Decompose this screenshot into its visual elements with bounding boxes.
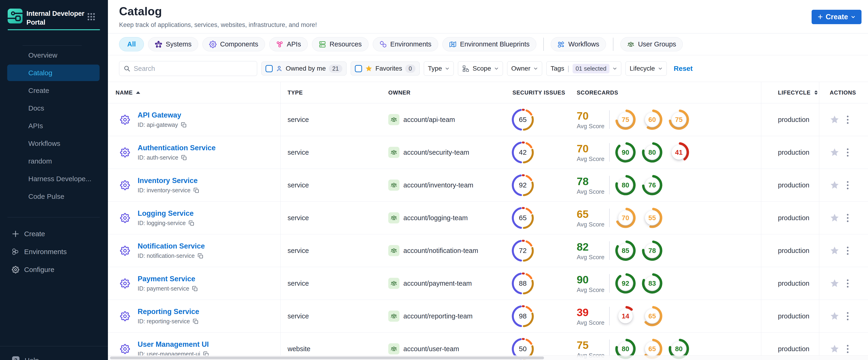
- copy-icon[interactable]: [193, 319, 199, 325]
- scope-dropdown[interactable]: Scope: [458, 61, 503, 76]
- tab-components[interactable]: Components: [203, 37, 265, 51]
- entity-name-link[interactable]: Payment Service: [137, 275, 198, 283]
- sidebar-item-overview[interactable]: Overview: [7, 47, 99, 63]
- scorecard-ring[interactable]: 65: [642, 306, 662, 326]
- copy-icon[interactable]: [181, 122, 187, 128]
- sidebar-item-environments[interactable]: Environments: [12, 243, 99, 261]
- tags-dropdown[interactable]: Tags | 01 selected: [546, 61, 621, 76]
- entity-name-link[interactable]: User Management UI: [137, 340, 209, 349]
- scorecard-ring[interactable]: 83: [642, 273, 662, 294]
- lifecycle-dropdown[interactable]: Lifecycle: [625, 61, 667, 76]
- tab-workflows[interactable]: Workflows: [551, 37, 606, 51]
- sidebar-item-configure[interactable]: Configure: [12, 261, 99, 278]
- copy-icon[interactable]: [193, 187, 199, 193]
- tab-all[interactable]: All: [119, 37, 144, 51]
- owner-team-badge: [388, 310, 399, 322]
- sort-icon: [814, 90, 818, 95]
- lifecycle-dropdown-label: Lifecycle: [630, 65, 655, 72]
- entity-name-link[interactable]: Notification Service: [137, 242, 205, 250]
- owner-dropdown[interactable]: Owner: [507, 61, 542, 76]
- scorecard-ring[interactable]: 60: [642, 110, 662, 130]
- favorite-star-icon[interactable]: [830, 115, 839, 124]
- scorecard-ring[interactable]: 14: [615, 306, 636, 326]
- copy-icon[interactable]: [188, 220, 194, 226]
- column-header-lifecycle[interactable]: LIFECYCLE: [761, 82, 819, 103]
- scorecard-ring[interactable]: 70: [615, 208, 636, 228]
- scorecard-ring[interactable]: 78: [642, 240, 662, 261]
- sidebar-item-harness-developer[interactable]: Harness Develope...: [7, 171, 99, 187]
- app-grid-menu-icon[interactable]: [87, 13, 95, 21]
- tab-environment-blueprints[interactable]: Environment Blueprints: [442, 37, 536, 51]
- row-menu-icon[interactable]: [843, 344, 852, 354]
- scorecard-ring[interactable]: 76: [642, 175, 662, 195]
- sidebar-item-docs[interactable]: Docs: [7, 100, 99, 116]
- sidebar-item-catalog[interactable]: Catalog: [7, 65, 99, 81]
- row-menu-icon[interactable]: [843, 148, 852, 157]
- tab-environments[interactable]: Environments: [373, 37, 438, 51]
- create-button[interactable]: + Create: [812, 10, 862, 24]
- type-dropdown[interactable]: Type: [424, 61, 454, 76]
- tab-apis[interactable]: APIs: [269, 37, 308, 51]
- avg-score-value: 75: [577, 339, 604, 352]
- entity-name-link[interactable]: Inventory Service: [137, 177, 199, 185]
- sidebar-item-workflows[interactable]: Workflows: [7, 135, 99, 152]
- scorecard-ring[interactable]: 41: [669, 142, 689, 162]
- sidebar-item-create-bottom[interactable]: Create: [12, 225, 99, 243]
- favorite-star-icon[interactable]: [830, 180, 839, 190]
- scorecard-ring[interactable]: 75: [615, 110, 636, 130]
- favorite-star-icon[interactable]: [830, 278, 839, 288]
- people-icon: [627, 41, 634, 48]
- chevron-down-icon: [445, 66, 450, 71]
- row-menu-icon[interactable]: [843, 278, 852, 288]
- copy-icon[interactable]: [192, 286, 198, 292]
- row-menu-icon[interactable]: [843, 115, 852, 124]
- favorite-star-icon[interactable]: [830, 148, 839, 157]
- copy-icon[interactable]: [181, 155, 187, 161]
- owned-by-me-filter[interactable]: Owned by me 21: [261, 62, 346, 76]
- favorites-filter[interactable]: Favorites 0: [351, 62, 420, 76]
- favorite-star-icon[interactable]: [830, 311, 839, 321]
- column-label: ACTIONS: [830, 89, 856, 96]
- entity-id-text: ID: inventory-service: [137, 187, 190, 194]
- entity-name-link[interactable]: API Gateway: [137, 111, 187, 119]
- avg-score-label: Avg Score: [577, 188, 604, 195]
- security-issues-score: 65: [512, 207, 534, 229]
- column-header-name[interactable]: NAME: [108, 82, 281, 103]
- row-menu-icon[interactable]: [843, 180, 852, 190]
- sidebar-item-create[interactable]: Create: [7, 82, 99, 99]
- tab-user-groups[interactable]: User Groups: [620, 37, 683, 51]
- horizontal-scrollbar-thumb[interactable]: [110, 357, 544, 359]
- tab-label: User Groups: [638, 40, 676, 48]
- sidebar-item-apis[interactable]: APIs: [7, 118, 99, 134]
- row-menu-icon[interactable]: [843, 246, 852, 256]
- tab-resources[interactable]: Resources: [312, 37, 369, 51]
- scorecard-ring[interactable]: 85: [615, 240, 636, 261]
- favorite-star-icon[interactable]: [830, 246, 839, 256]
- entity-name-link[interactable]: Reporting Service: [137, 307, 199, 316]
- reset-filters-link[interactable]: Reset: [674, 65, 693, 72]
- tab-label: Environments: [391, 40, 431, 48]
- entity-name-link[interactable]: Logging Service: [137, 209, 194, 218]
- favorites-checkbox[interactable]: [355, 65, 362, 72]
- entity-name-link[interactable]: Authentication Service: [137, 144, 216, 152]
- sidebar-item-random[interactable]: random: [7, 153, 99, 169]
- copy-icon[interactable]: [197, 253, 204, 259]
- owned-by-me-label: Owned by me: [286, 65, 326, 72]
- scorecard-ring[interactable]: 75: [669, 110, 689, 130]
- scorecard-ring[interactable]: 92: [615, 273, 636, 294]
- security-issues-cell: 42: [500, 136, 570, 169]
- scorecard-ring[interactable]: 80: [615, 175, 636, 195]
- tab-systems[interactable]: Systems: [148, 37, 198, 51]
- sidebar-item-code-pulse[interactable]: Code Pulse: [7, 188, 99, 205]
- sidebar-item-help[interactable]: ? Help: [0, 356, 108, 360]
- scorecard-ring[interactable]: 90: [615, 142, 636, 162]
- scorecard-ring[interactable]: 55: [642, 208, 662, 228]
- favorite-star-icon[interactable]: [830, 344, 839, 354]
- owner-team-name: account/inventory-team: [403, 181, 473, 189]
- row-menu-icon[interactable]: [843, 213, 852, 223]
- search-input[interactable]: [134, 65, 253, 72]
- favorite-star-icon[interactable]: [830, 213, 839, 223]
- scorecard-ring[interactable]: 80: [642, 142, 662, 162]
- row-menu-icon[interactable]: [843, 311, 852, 321]
- owned-by-me-checkbox[interactable]: [266, 65, 273, 72]
